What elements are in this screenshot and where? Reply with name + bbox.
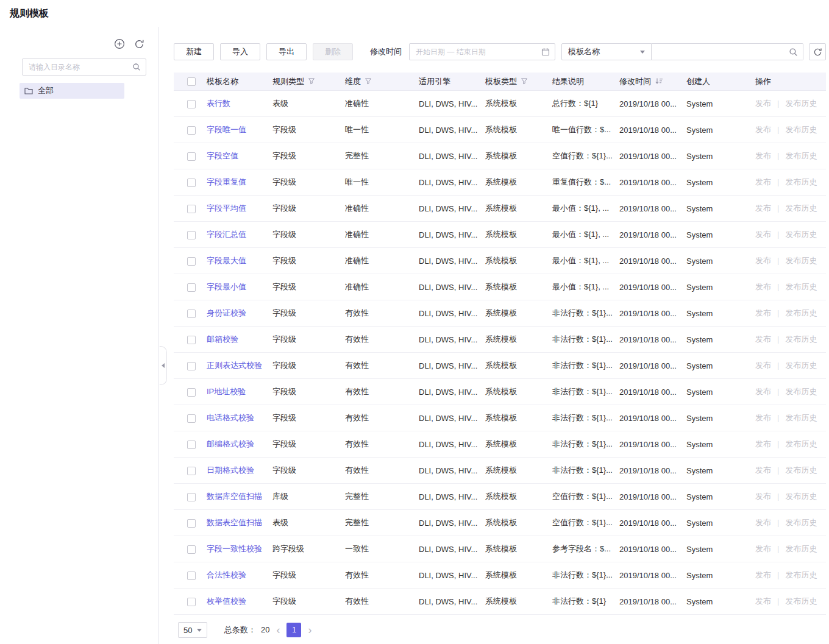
- publish-link[interactable]: 发布: [755, 125, 771, 134]
- publish-history-link[interactable]: 发布历史: [785, 334, 817, 344]
- publish-history-link[interactable]: 发布历史: [785, 439, 817, 448]
- row-checkbox[interactable]: [187, 362, 196, 370]
- page-size-select[interactable]: 50: [178, 622, 207, 638]
- date-range-input[interactable]: [416, 48, 536, 56]
- publish-link[interactable]: 发布: [755, 518, 771, 527]
- sidebar-collapse-handle[interactable]: [159, 346, 167, 385]
- search-icon[interactable]: [132, 63, 141, 71]
- filter-icon[interactable]: [308, 77, 315, 85]
- publish-history-link[interactable]: 发布历史: [785, 544, 817, 553]
- export-button[interactable]: 导出: [266, 43, 307, 60]
- row-checkbox[interactable]: [187, 310, 196, 318]
- row-checkbox[interactable]: [187, 336, 196, 344]
- template-name-link[interactable]: 正则表达式校验: [207, 361, 262, 370]
- prev-page-button[interactable]: ‹: [276, 625, 280, 635]
- row-checkbox[interactable]: [187, 414, 196, 423]
- publish-history-link[interactable]: 发布历史: [785, 256, 817, 265]
- publish-history-link[interactable]: 发布历史: [785, 570, 817, 579]
- publish-link[interactable]: 发布: [755, 334, 771, 344]
- publish-link[interactable]: 发布: [755, 282, 771, 291]
- publish-history-link[interactable]: 发布历史: [785, 125, 817, 134]
- directory-search-input[interactable]: [29, 63, 129, 71]
- row-checkbox[interactable]: [187, 545, 196, 554]
- row-checkbox[interactable]: [187, 519, 196, 528]
- row-checkbox[interactable]: [187, 571, 196, 580]
- template-name-link[interactable]: 数据库空值扫描: [207, 492, 262, 501]
- publish-history-link[interactable]: 发布历史: [785, 99, 817, 108]
- sort-icon[interactable]: [655, 77, 663, 85]
- row-checkbox[interactable]: [187, 441, 196, 449]
- search-type-select[interactable]: 模板名称: [561, 43, 652, 60]
- publish-history-link[interactable]: 发布历史: [785, 151, 817, 160]
- template-name-link[interactable]: 邮编格式校验: [207, 439, 254, 448]
- publish-history-link[interactable]: 发布历史: [785, 203, 817, 213]
- row-checkbox[interactable]: [187, 179, 196, 187]
- publish-link[interactable]: 发布: [755, 256, 771, 265]
- publish-history-link[interactable]: 发布历史: [785, 387, 817, 396]
- publish-link[interactable]: 发布: [755, 492, 771, 501]
- publish-link[interactable]: 发布: [755, 203, 771, 213]
- template-name-link[interactable]: 电话格式校验: [207, 413, 254, 422]
- search-icon[interactable]: [789, 48, 798, 57]
- publish-link[interactable]: 发布: [755, 361, 771, 370]
- publish-link[interactable]: 发布: [755, 177, 771, 186]
- row-checkbox[interactable]: [187, 126, 196, 135]
- publish-link[interactable]: 发布: [755, 570, 771, 579]
- template-name-link[interactable]: 字段最大值: [207, 256, 246, 265]
- template-name-link[interactable]: 枚举值校验: [207, 596, 246, 606]
- new-button[interactable]: 新建: [174, 43, 214, 60]
- add-circle-icon[interactable]: [113, 38, 126, 50]
- row-checkbox[interactable]: [187, 205, 196, 213]
- publish-link[interactable]: 发布: [755, 413, 771, 422]
- table-refresh-button[interactable]: [809, 43, 826, 60]
- select-all-checkbox[interactable]: [187, 77, 196, 86]
- template-name-link[interactable]: 字段最小值: [207, 282, 246, 291]
- row-checkbox[interactable]: [187, 100, 196, 108]
- publish-history-link[interactable]: 发布历史: [785, 492, 817, 501]
- filter-icon[interactable]: [521, 77, 528, 85]
- tree-item-all[interactable]: 全部: [20, 83, 124, 99]
- row-checkbox[interactable]: [187, 467, 196, 475]
- template-name-link[interactable]: 表行数: [207, 99, 230, 108]
- publish-history-link[interactable]: 发布历史: [785, 308, 817, 317]
- refresh-icon[interactable]: [133, 38, 145, 50]
- publish-history-link[interactable]: 发布历史: [785, 230, 817, 239]
- template-name-link[interactable]: 日期格式校验: [207, 465, 254, 475]
- template-name-link[interactable]: 字段汇总值: [207, 230, 246, 239]
- row-checkbox[interactable]: [187, 598, 196, 606]
- import-button[interactable]: 导入: [220, 43, 260, 60]
- publish-link[interactable]: 发布: [755, 465, 771, 475]
- publish-link[interactable]: 发布: [755, 387, 771, 396]
- row-checkbox[interactable]: [187, 493, 196, 501]
- publish-history-link[interactable]: 发布历史: [785, 282, 817, 291]
- publish-link[interactable]: 发布: [755, 230, 771, 239]
- template-name-link[interactable]: 字段一致性校验: [207, 544, 262, 553]
- publish-link[interactable]: 发布: [755, 151, 771, 160]
- template-name-link[interactable]: 字段重复值: [207, 177, 246, 186]
- template-name-link[interactable]: 身份证校验: [207, 308, 246, 317]
- delete-button[interactable]: 删除: [313, 43, 353, 60]
- template-name-link[interactable]: 字段空值: [207, 151, 238, 160]
- template-name-link[interactable]: 合法性校验: [207, 570, 246, 579]
- row-checkbox[interactable]: [187, 388, 196, 397]
- template-name-link[interactable]: 字段唯一值: [207, 125, 246, 134]
- publish-history-link[interactable]: 发布历史: [785, 413, 817, 422]
- current-page-button[interactable]: 1: [286, 623, 301, 637]
- template-name-link[interactable]: 邮箱校验: [207, 334, 238, 344]
- publish-link[interactable]: 发布: [755, 439, 771, 448]
- row-checkbox[interactable]: [187, 257, 196, 266]
- publish-link[interactable]: 发布: [755, 99, 771, 108]
- row-checkbox[interactable]: [187, 231, 196, 239]
- row-checkbox[interactable]: [187, 283, 196, 292]
- calendar-icon[interactable]: [541, 48, 550, 56]
- publish-history-link[interactable]: 发布历史: [785, 596, 817, 606]
- publish-link[interactable]: 发布: [755, 596, 771, 606]
- template-name-link[interactable]: 字段平均值: [207, 203, 246, 213]
- next-page-button[interactable]: ›: [308, 625, 311, 635]
- template-search-input[interactable]: [658, 48, 785, 57]
- publish-link[interactable]: 发布: [755, 544, 771, 553]
- publish-history-link[interactable]: 发布历史: [785, 518, 817, 527]
- publish-history-link[interactable]: 发布历史: [785, 177, 817, 186]
- template-name-link[interactable]: IP地址校验: [207, 387, 246, 396]
- publish-history-link[interactable]: 发布历史: [785, 361, 817, 370]
